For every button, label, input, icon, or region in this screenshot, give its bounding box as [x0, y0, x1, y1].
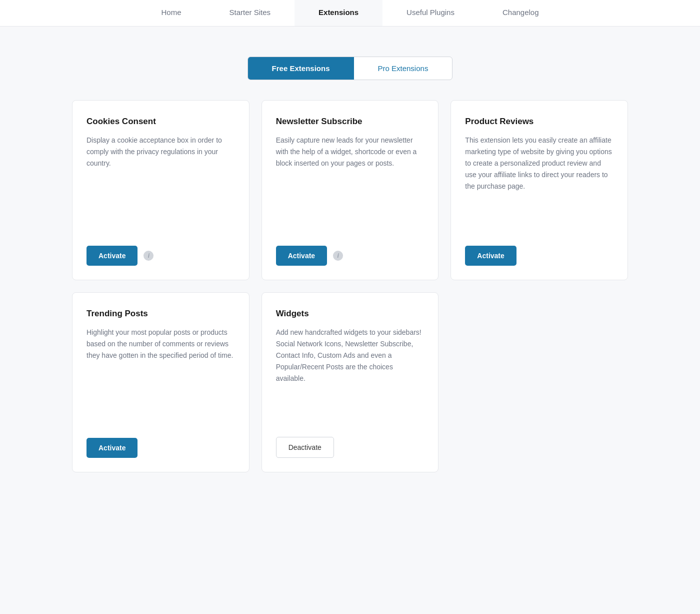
nav-item-changelog[interactable]: Changelog	[478, 0, 563, 26]
card-body-product-reviews: Product Reviews This extension lets you …	[451, 101, 628, 238]
extension-card-widgets: Widgets Add new handcrafted widgets to y…	[262, 292, 439, 472]
extension-card-cookies-consent: Cookies Consent Display a cookie accepta…	[72, 100, 250, 280]
card-title-cookies-consent: Cookies Consent	[86, 117, 235, 127]
card-title-widgets: Widgets	[276, 309, 424, 319]
card-description-product-reviews: This extension lets you easily create an…	[465, 135, 614, 192]
activate-button-cookies-consent[interactable]: Activate	[86, 246, 138, 266]
activate-button-product-reviews[interactable]: Activate	[465, 246, 516, 266]
card-footer-trending-posts: Activate	[72, 430, 249, 472]
tab-toggle: Free Extensions Pro Extensions	[248, 57, 453, 80]
nav-item-useful-plugins[interactable]: Useful Plugins	[382, 0, 478, 26]
info-icon-newsletter-subscribe[interactable]: i	[333, 251, 343, 261]
card-body-trending-posts: Trending Posts Highlight your most popul…	[72, 293, 249, 430]
nav-item-extensions[interactable]: Extensions	[294, 0, 382, 26]
extension-card-newsletter-subscribe: Newsletter Subscribe Easily capture new …	[262, 100, 439, 280]
extensions-row-2: Trending Posts Highlight your most popul…	[72, 292, 628, 472]
card-title-trending-posts: Trending Posts	[86, 309, 235, 319]
card-footer-cookies-consent: Activate i	[72, 238, 249, 280]
card-body-newsletter-subscribe: Newsletter Subscribe Easily capture new …	[262, 101, 438, 238]
card-title-newsletter-subscribe: Newsletter Subscribe	[276, 117, 424, 127]
card-footer-newsletter-subscribe: Activate i	[262, 238, 438, 280]
card-footer-widgets: Deactivate	[262, 429, 438, 472]
card-title-product-reviews: Product Reviews	[465, 117, 614, 127]
card-description-widgets: Add new handcrafted widgets to your side…	[276, 327, 424, 384]
top-navigation: Home Starter Sites Extensions Useful Plu…	[0, 0, 700, 27]
info-icon-cookies-consent[interactable]: i	[144, 251, 154, 261]
card-description-trending-posts: Highlight your most popular posts or pro…	[86, 327, 235, 361]
activate-button-newsletter-subscribe[interactable]: Activate	[276, 246, 327, 266]
extensions-row-1: Cookies Consent Display a cookie accepta…	[72, 100, 628, 280]
card-footer-product-reviews: Activate	[451, 238, 628, 280]
tab-free-extensions[interactable]: Free Extensions	[248, 57, 354, 80]
extension-card-trending-posts: Trending Posts Highlight your most popul…	[72, 292, 250, 472]
card-body-cookies-consent: Cookies Consent Display a cookie accepta…	[72, 101, 249, 238]
card-description-cookies-consent: Display a cookie acceptance box in order…	[86, 135, 235, 169]
activate-button-trending-posts[interactable]: Activate	[86, 438, 138, 458]
empty-card-slot	[450, 292, 628, 472]
card-body-widgets: Widgets Add new handcrafted widgets to y…	[262, 293, 438, 429]
nav-item-starter-sites[interactable]: Starter Sites	[206, 0, 295, 26]
tab-toggle-container: Free Extensions Pro Extensions	[0, 57, 700, 80]
tab-pro-extensions[interactable]: Pro Extensions	[354, 57, 452, 80]
deactivate-button-widgets[interactable]: Deactivate	[276, 437, 334, 458]
nav-item-home[interactable]: Home	[137, 0, 205, 26]
extensions-grid: Cookies Consent Display a cookie accepta…	[60, 100, 640, 472]
extension-card-product-reviews: Product Reviews This extension lets you …	[450, 100, 628, 280]
card-description-newsletter-subscribe: Easily capture new leads for your newsle…	[276, 135, 424, 169]
